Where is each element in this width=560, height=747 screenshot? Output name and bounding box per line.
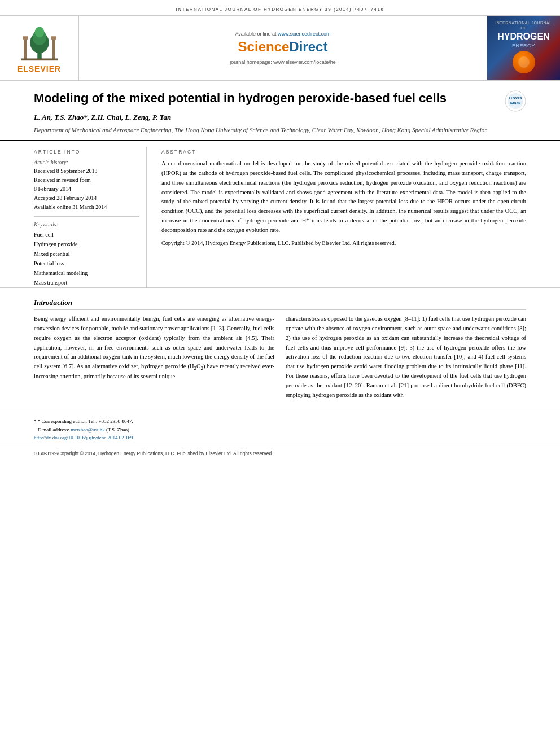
introduction-title: Introduction: [34, 298, 526, 310]
crossmark-icon: Cross Mark: [505, 90, 526, 112]
article-title: Modeling of the mixed potential in hydro…: [34, 90, 499, 107]
elsevier-brand-text: ELSEVIER: [18, 64, 61, 73]
footnote-section: * * Corresponding author. Tel.: +852 235…: [0, 410, 560, 446]
history-dates: Received 8 September 2013 Received in re…: [34, 167, 139, 212]
date-received: Received 8 September 2013: [34, 167, 139, 176]
intro-col-right: characteristics as opposed to the gaseou…: [286, 314, 526, 404]
sciencedirect-logo: ScienceDirect: [238, 39, 328, 55]
keyword-fuel-cell: Fuel cell: [34, 230, 139, 239]
elsevier-tree-icon: [17, 23, 62, 62]
doi-link[interactable]: http://dx.doi.org/10.1016/j.ijhydene.201…: [34, 435, 133, 440]
footnote-email: E-mail address: metzhao@ust.hk (T.S. Zha…: [34, 426, 526, 434]
date-revised-label: Received in revised form: [34, 176, 139, 185]
keyword-mathematical-modeling: Mathematical modeling: [34, 268, 139, 278]
authors: L. An, T.S. Zhao*, Z.H. Chai, L. Zeng, P…: [34, 113, 526, 122]
bottom-bar: 0360-3199/Copyright © 2014, Hydrogen Ene…: [0, 447, 560, 460]
badge-line3: ENERGY: [492, 43, 555, 49]
divider: [34, 216, 139, 217]
keywords-list: Fuel cell Hydrogen peroxide Mixed potent…: [34, 230, 139, 287]
svg-rect-4: [24, 38, 27, 59]
badge-line1: International Journal of: [492, 20, 555, 30]
history-label: Article history:: [34, 159, 139, 165]
journal-banner: ELSEVIER Available online at www.science…: [0, 15, 560, 81]
date-accepted: Accepted 28 February 2014: [34, 194, 139, 203]
abstract-copyright: Copyright © 2014, Hydrogen Energy Public…: [161, 239, 526, 247]
intro-col-left: Being energy efficient and environmental…: [34, 314, 274, 404]
svg-text:Mark: Mark: [510, 101, 521, 106]
keywords-label: Keywords:: [34, 221, 139, 228]
affiliation: Department of Mechanical and Aerospace E…: [34, 125, 526, 135]
available-online-text: Available online at www.sciencedirect.co…: [235, 31, 331, 37]
date-online: Available online 31 March 2014: [34, 203, 139, 212]
svg-point-3: [34, 27, 44, 37]
email-link[interactable]: metzhao@ust.hk: [71, 427, 105, 433]
banner-center: Available online at www.sciencedirect.co…: [79, 16, 487, 80]
article-info-abstract-section: ARTICLE INFO Article history: Received 8…: [0, 141, 560, 288]
introduction-body: Being energy efficient and environmental…: [0, 314, 560, 404]
elsevier-logo: ELSEVIER: [17, 23, 62, 73]
footnote-doi: http://dx.doi.org/10.1016/j.ijhydene.201…: [34, 434, 526, 442]
svg-text:Cross: Cross: [509, 95, 522, 101]
svg-rect-7: [51, 36, 56, 40]
date-revised: 8 February 2014: [34, 185, 139, 194]
crossmark-badge: Cross Mark: [505, 90, 526, 113]
article-info-column: ARTICLE INFO Article history: Received 8…: [34, 147, 147, 287]
sciencedirect-url[interactable]: www.sciencedirect.com: [278, 31, 331, 37]
keyword-mixed-potential: Mixed potential: [34, 249, 139, 259]
abstract-heading: ABSTRACT: [161, 149, 526, 155]
journal-header: INTERNATIONAL JOURNAL OF HYDROGEN ENERGY…: [0, 0, 560, 81]
banner-right: International Journal of HYDROGEN ENERGY: [487, 16, 560, 80]
abstract-text: A one-dimensional mathematical model is …: [161, 159, 526, 247]
svg-rect-6: [52, 38, 55, 59]
article-info-heading: ARTICLE INFO: [34, 149, 139, 155]
badge-circle-icon: [513, 51, 535, 73]
page: INTERNATIONAL JOURNAL OF HYDROGEN ENERGY…: [0, 0, 560, 460]
badge-line2: HYDROGEN: [492, 32, 555, 42]
article-title-section: Modeling of the mixed potential in hydro…: [0, 81, 560, 142]
asterisk-icon: *: [34, 418, 38, 424]
introduction-heading-section: Introduction: [0, 288, 560, 310]
copyright-bottom: 0360-3199/Copyright © 2014, Hydrogen Ene…: [34, 451, 273, 456]
banner-left: ELSEVIER: [0, 16, 79, 80]
keyword-potential-loss: Potential loss: [34, 259, 139, 268]
journal-top-bar: INTERNATIONAL JOURNAL OF HYDROGEN ENERGY…: [0, 5, 560, 15]
intro-para-1: Being energy efficient and environmental…: [34, 314, 274, 382]
intro-para-2: characteristics as opposed to the gaseou…: [286, 314, 526, 400]
journal-badge: International Journal of HYDROGEN ENERGY: [492, 20, 555, 76]
journal-homepage: journal homepage: www.elsevier.com/locat…: [230, 59, 336, 65]
keyword-mass-transport: Mass transport: [34, 278, 139, 287]
footnote-corresponding: * * Corresponding author. Tel.: +852 235…: [34, 417, 526, 425]
svg-rect-5: [23, 36, 28, 40]
journal-name: INTERNATIONAL JOURNAL OF HYDROGEN ENERGY…: [176, 7, 384, 12]
abstract-column: ABSTRACT A one-dimensional mathematical …: [158, 147, 526, 287]
keyword-hydrogen-peroxide: Hydrogen peroxide: [34, 239, 139, 249]
svg-rect-8: [21, 58, 58, 60]
